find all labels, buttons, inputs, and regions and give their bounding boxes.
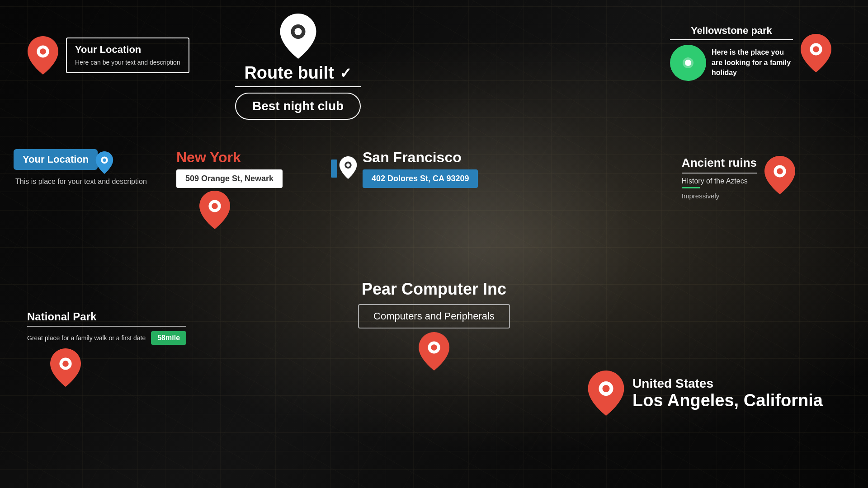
pin-your-location-top [27, 36, 59, 75]
best-night-club-pill[interactable]: Best night club [235, 93, 361, 120]
pin-ancient-ruins [764, 156, 796, 194]
pin-your-location-mid [95, 151, 113, 174]
your-location-top-title: Your Location [75, 44, 180, 56]
pear-computer-title: Pear Computer Inc [358, 280, 510, 299]
national-park-title: National Park [27, 310, 186, 327]
los-angeles-city: Los Angeles, California [632, 391, 823, 410]
national-park-description: Great place for a family walk or a first… [27, 333, 146, 343]
yellowstone-desc-row: Here is the place you are looking for a … [670, 45, 793, 81]
national-park-desc-row: Great place for a family walk or a first… [27, 331, 186, 345]
svg-point-9 [103, 158, 106, 162]
yellowstone-green-circle [670, 45, 706, 81]
card-los-angeles: United States Los Angeles, California [587, 371, 823, 416]
your-location-mid-desc: This is place for your text and descript… [15, 176, 147, 187]
san-francisco-address: 402 Dolores St, CA 93209 [363, 169, 478, 188]
svg-point-7 [813, 46, 819, 52]
pin-yellowstone [800, 34, 832, 72]
card-route-built: Route built ✓ Best night club [235, 14, 361, 120]
card-ancient-ruins: Ancient ruins History of the Aztecs Impr… [682, 156, 796, 200]
san-francisco-title: San Francisco [363, 149, 478, 166]
pin-route-built [279, 14, 317, 59]
los-angeles-country: United States [632, 376, 823, 391]
your-location-top-infobox: Your Location Here can be your text and … [66, 38, 189, 74]
ancient-ruins-subtitle: History of the Aztecs [682, 177, 757, 185]
pin-san-francisco [339, 156, 357, 179]
los-angeles-text: United States Los Angeles, California [632, 376, 823, 410]
yellowstone-title: Yellowstone park [670, 25, 793, 40]
card-pear-computer: Pear Computer Inc Computers and Peripher… [358, 280, 510, 371]
svg-point-13 [346, 163, 350, 167]
svg-point-5 [685, 60, 691, 66]
pin-los-angeles [587, 371, 625, 416]
ancient-ruins-impressively: Impressively [682, 192, 757, 200]
card-yellowstone: Yellowstone park Here is the place you a… [670, 25, 832, 81]
card-san-francisco: San Francisco 402 Dolores St, CA 93209 [339, 149, 478, 188]
svg-point-11 [212, 203, 218, 209]
card-your-location-mid: Your Location This is place for your tex… [14, 149, 147, 187]
yellowstone-description: Here is the place you are looking for a … [712, 47, 793, 78]
your-location-mid-pill: Your Location [14, 149, 98, 170]
svg-point-21 [603, 385, 610, 392]
svg-point-15 [777, 168, 783, 174]
card-new-york: New York 509 Orange St, Newark [176, 149, 283, 231]
card-your-location-top: Your Location Here can be your text and … [27, 36, 189, 75]
new-york-title: New York [176, 149, 283, 166]
new-york-address: 509 Orange St, Newark [176, 169, 283, 188]
svg-point-3 [294, 28, 302, 35]
your-location-top-desc: Here can be your text and description [75, 58, 180, 67]
your-location-mid-label: Your Location [23, 154, 89, 165]
route-built-checkmark: ✓ [340, 65, 352, 82]
svg-point-1 [40, 48, 46, 55]
route-built-title: Route built ✓ [235, 63, 361, 87]
pin-national-park [50, 348, 81, 387]
pear-computer-subtitle: Computers and Peripherals [358, 304, 510, 328]
national-park-distance: 58mile [151, 331, 186, 345]
main-content: Your Location Here can be your text and … [0, 0, 868, 488]
card-national-park: National Park Great place for a family w… [27, 310, 186, 389]
pin-pear-computer [418, 332, 450, 371]
ancient-ruins-title: Ancient ruins [682, 156, 757, 174]
route-built-text: Route built ✓ Best night club [235, 63, 361, 120]
svg-point-17 [62, 361, 69, 367]
pin-new-york [199, 191, 231, 229]
svg-point-19 [431, 344, 437, 351]
